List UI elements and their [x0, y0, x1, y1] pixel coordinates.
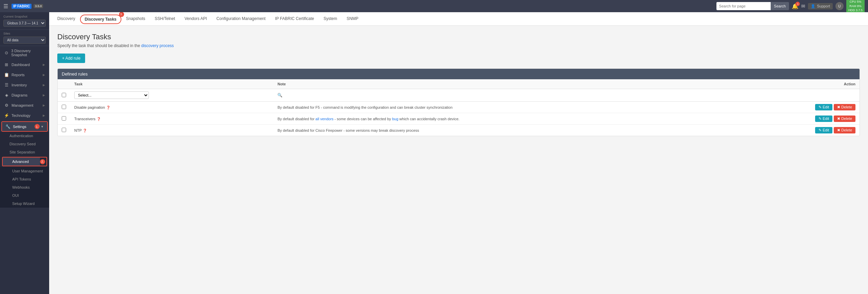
table-row: Disable pagination ❓ By default disabled… — [58, 102, 860, 113]
sidebar-item-technology[interactable]: ⚡ Technology ▶ — [0, 110, 49, 121]
table-row: Transceivers ❓ By default disabled for a… — [58, 113, 860, 125]
subtitle-link[interactable]: discovery process — [141, 43, 174, 48]
page-subtitle: Specify the task that should be disabled… — [57, 43, 860, 48]
ram-val: RAM 8% — [848, 4, 863, 8]
tab-discovery-tasks[interactable]: Discovery Tasks — [80, 15, 121, 24]
sidebar-item-discovery-seed[interactable]: Discovery Seed — [0, 140, 49, 148]
col-checkbox — [58, 79, 70, 89]
sidebar-item-oui[interactable]: OUI — [0, 191, 49, 200]
chevron-down-icon: ▼ — [41, 125, 44, 128]
row-checkbox[interactable] — [62, 128, 66, 132]
task-cell: NTP ❓ — [70, 125, 273, 136]
tab-system[interactable]: System — [319, 12, 342, 26]
add-rule-button[interactable]: + Add rule — [57, 54, 85, 63]
help-icon[interactable]: ❓ — [97, 117, 101, 121]
app-logo: IP FABRIC 3.5.0 — [12, 4, 43, 9]
content-area: Discovery Discovery Tasks 3. Snapshots S… — [49, 12, 868, 294]
chevron-right-icon: ▶ — [43, 83, 45, 87]
sidebar-item-discovery-snapshot[interactable]: ⊙ 3 Discovery Snapshot — [0, 46, 49, 60]
settings-nav-highlight: 🔧 Settings 1. ▼ — [1, 121, 48, 132]
hamburger-icon[interactable]: ☰ — [3, 3, 8, 9]
hdd-val: HDD 3.7.5 — [848, 8, 863, 13]
sites-title: Sites — [3, 32, 46, 35]
table-head: Task Note Action Select... 🔍 — [58, 79, 860, 102]
table-body: Disable pagination ❓ By default disabled… — [58, 102, 860, 136]
snapshot-title: Current Snapshot — [3, 15, 46, 18]
advanced-submenu: User Management API Tokens Webhooks OUI … — [0, 167, 49, 208]
management-icon: ⚙ — [4, 103, 9, 108]
sidebar-item-label: Inventory — [12, 83, 27, 87]
sidebar-item-user-management[interactable]: User Management — [0, 167, 49, 175]
row-checkbox[interactable] — [62, 116, 66, 121]
search-input[interactable] — [716, 2, 771, 10]
sidebar-item-inventory[interactable]: ☰ Inventory ▶ — [0, 80, 49, 90]
sites-select[interactable]: All data — [3, 37, 46, 44]
note-link-1[interactable]: all vendors — [315, 117, 333, 121]
sidebar-item-authentication[interactable]: Authentication — [0, 132, 49, 140]
delete-button[interactable]: ✖ Delete — [834, 115, 855, 122]
support-button[interactable]: 👤 Support — [808, 3, 833, 9]
nav-item-inner: 🔧 Settings — [5, 124, 26, 129]
edit-button[interactable]: ✎ Edit — [815, 127, 832, 133]
sidebar-item-api-tokens[interactable]: API Tokens — [0, 175, 49, 183]
sub-tabs: Discovery Discovery Tasks 3. Snapshots S… — [49, 12, 868, 26]
main-content: Discovery Tasks Specify the task that sh… — [49, 26, 868, 294]
help-icon[interactable]: ❓ — [83, 129, 87, 132]
annotation-3-badge: 3. — [119, 12, 124, 17]
edit-button[interactable]: ✎ Edit — [815, 115, 832, 122]
nav-item-inner: ⊞ Dashboard — [4, 62, 30, 67]
note-text-post: which can accidentally crash device. — [398, 117, 459, 121]
table-header-row: Task Note Action — [58, 79, 860, 89]
sidebar-item-dashboard[interactable]: ⊞ Dashboard ▶ — [0, 60, 49, 70]
task-label: Transceivers — [74, 117, 96, 121]
sidebar-item-settings[interactable]: 🔧 Settings 1. ▼ — [2, 122, 47, 131]
support-icon: 👤 — [811, 4, 815, 8]
delete-button[interactable]: ✖ Delete — [834, 127, 855, 133]
action-cell: ✎ Edit ✖ Delete — [741, 102, 860, 113]
support-label: Support — [817, 4, 830, 8]
delete-button[interactable]: ✖ Delete — [834, 104, 855, 110]
sidebar-item-site-separation[interactable]: Site Separation — [0, 148, 49, 156]
help-icon[interactable]: ❓ — [106, 106, 110, 109]
tab-vendors-api[interactable]: Vendors API — [180, 12, 212, 26]
tab-snmp[interactable]: SNMP — [342, 12, 363, 26]
main-layout: Current Snapshot Globus 3.7.3 — 14.1.202… — [0, 12, 868, 294]
nav-item-inner: ⚡ Technology — [4, 113, 31, 118]
snapshot-select[interactable]: Globus 3.7.3 — 14.1.2021, 06:00:00 — [3, 20, 46, 27]
tab-ssh-telnet[interactable]: SSH/Telnet — [150, 12, 180, 26]
task-label: NTP — [74, 128, 82, 132]
notifications-icon[interactable]: 🔔 1 — [792, 3, 798, 9]
nav-item-inner: 📋 Reports — [4, 72, 25, 77]
action-buttons: ✎ Edit ✖ Delete — [745, 115, 855, 122]
tab-ip-fabric-certificate[interactable]: IP FABRIC Certificate — [270, 12, 319, 26]
row-checkbox[interactable] — [62, 105, 66, 109]
chevron-right-icon: ▶ — [43, 93, 45, 97]
tab-discovery[interactable]: Discovery — [53, 12, 80, 26]
edit-button[interactable]: ✎ Edit — [815, 104, 832, 110]
col-note-header: Note — [273, 79, 741, 89]
technology-icon: ⚡ — [4, 113, 9, 118]
sidebar-item-label: Reports — [12, 73, 25, 77]
sidebar-item-management[interactable]: ⚙ Management ▶ — [0, 100, 49, 110]
discovery-snapshot-icon: ⊙ — [4, 50, 8, 55]
avatar[interactable]: U — [835, 2, 844, 10]
sidebar-item-label: Management — [12, 103, 33, 107]
select-all-checkbox[interactable] — [62, 93, 66, 97]
tab-configuration-management[interactable]: Configuration Management — [212, 12, 270, 26]
note-filter-cell: 🔍 — [273, 89, 741, 102]
tab-snapshots[interactable]: Snapshots — [121, 12, 150, 26]
task-filter-select[interactable]: Select... — [74, 91, 149, 99]
sidebar-item-webhooks[interactable]: Webhooks — [0, 183, 49, 191]
email-icon[interactable]: ✉ — [801, 3, 805, 9]
advanced-highlight: Advanced 2. — [2, 157, 47, 166]
annotation-1-badge: 1. — [35, 124, 40, 129]
action-buttons: ✎ Edit ✖ Delete — [745, 127, 855, 133]
sidebar-item-advanced[interactable]: Advanced — [3, 158, 40, 166]
nav-item-inner: ⊙ 3 Discovery Snapshot — [4, 49, 45, 57]
sidebar-item-setup-wizard[interactable]: Setup Wizard — [0, 200, 49, 208]
note-link-2[interactable]: bug — [392, 117, 398, 121]
search-button[interactable]: Search — [771, 2, 789, 10]
sidebar-item-label: Settings — [13, 125, 26, 129]
sidebar-item-reports[interactable]: 📋 Reports ▶ — [0, 70, 49, 80]
sidebar-item-diagrams[interactable]: ◈ Diagrams ▶ — [0, 90, 49, 100]
